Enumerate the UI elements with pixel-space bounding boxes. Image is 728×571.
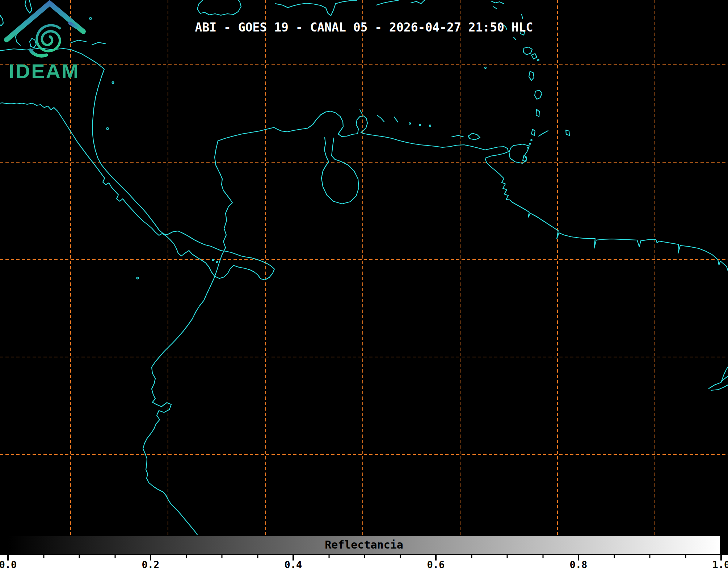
colorbar-minor-tick <box>685 554 686 558</box>
colorbar-minor-tick <box>114 554 115 558</box>
graticule-grid <box>0 0 728 535</box>
coastline-lake-maracaibo <box>321 138 359 204</box>
logo-text: IDEAM <box>9 60 79 81</box>
map-canvas <box>0 0 728 535</box>
colorbar-label: Reflectancia <box>0 538 728 551</box>
colorbar-minor-tick <box>649 554 651 558</box>
colorbar-minor-tick <box>364 554 365 558</box>
satellite-map: ABI - GOES 19 - CANAL 05 - 2026-04-27 21… <box>0 0 728 535</box>
logo-swirl <box>37 25 60 51</box>
colorbar-tick-label: 0.8 <box>570 559 588 570</box>
colorbar-minor-tick <box>257 554 258 558</box>
colorbar-minor-tick <box>43 554 44 558</box>
coastline-central-america <box>0 48 274 280</box>
colorbar-minor-tick <box>471 554 472 558</box>
colorbar-tick-label: 1.0 <box>712 559 728 570</box>
colorbar-minor-tick <box>542 554 543 558</box>
colorbar-minor-tick <box>400 554 401 558</box>
colorbar-minor-tick <box>186 554 187 558</box>
colorbar-minor-tick <box>328 554 329 558</box>
colorbar-tick-label: 0.0 <box>0 559 17 570</box>
colorbar-tick-label: 0.6 <box>427 559 445 570</box>
colorbar-minor-tick <box>614 554 615 558</box>
coastline-caribbean-guianas <box>218 111 728 271</box>
colorbar-tick-label: 0.4 <box>285 559 302 570</box>
colorbar-tick-label: 0.2 <box>142 559 160 570</box>
coastline-pacific-south-america <box>143 141 232 535</box>
map-title: ABI - GOES 19 - CANAL 05 - 2026-04-27 21… <box>0 20 728 34</box>
colorbar-minor-tick <box>79 554 80 558</box>
colorbar-minor-tick <box>507 554 508 558</box>
islet-dots <box>90 18 539 279</box>
colorbar-minor-tick <box>222 554 223 558</box>
ideam-logo: IDEAM <box>0 0 87 81</box>
coastline-islands <box>0 0 728 390</box>
